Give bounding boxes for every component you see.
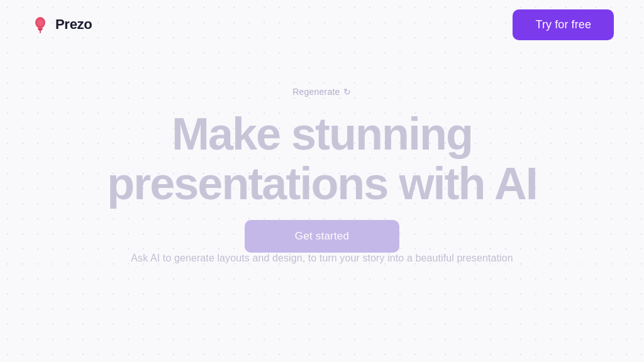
- hero-title: Make stunning presentations with AI: [107, 109, 536, 209]
- hero-section: Regenerate ↻ Make stunning presentations…: [0, 49, 644, 282]
- regenerate-label: Regenerate: [292, 87, 340, 97]
- regenerate-pill: Regenerate ↻: [292, 87, 351, 97]
- regenerate-icon: ↻: [343, 87, 351, 97]
- try-for-free-button[interactable]: Try for free: [513, 9, 614, 40]
- hero-title-line2: presentations with AI: [107, 158, 536, 209]
- get-started-button[interactable]: Get started: [245, 220, 399, 253]
- hero-subtitle: Ask AI to generate layouts and design, t…: [131, 253, 513, 264]
- svg-point-3: [37, 19, 43, 26]
- logo: Prezo: [30, 14, 92, 35]
- navbar: Prezo Try for free: [0, 0, 644, 49]
- logo-icon: [30, 14, 50, 35]
- hero-title-line1: Make stunning: [172, 109, 472, 159]
- logo-text: Prezo: [55, 16, 92, 33]
